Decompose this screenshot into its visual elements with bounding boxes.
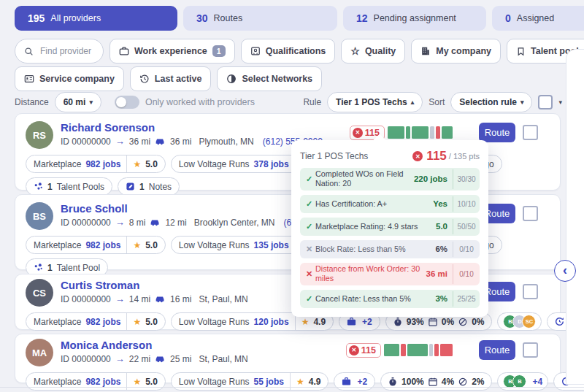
x-mark-icon: ✕: [306, 245, 315, 254]
refresh-clock-icon: [555, 317, 564, 326]
filter-my-company[interactable]: My company: [411, 39, 501, 64]
job-history-pill[interactable]: Marketplace 982 jobs ★ 5.0: [26, 312, 166, 331]
stats-pill[interactable]: 100% 4% 2%: [380, 372, 492, 391]
stat-value: 100%: [402, 377, 424, 387]
avatar[interactable]: RS: [26, 121, 53, 149]
job-history-pill[interactable]: Marketplace 982 jobs ★ 5.0: [26, 236, 166, 254]
job-rating: 4.9: [309, 377, 321, 387]
notes-label: Notes: [149, 182, 172, 192]
provider-location: St, Paul, MN: [199, 354, 247, 364]
job-count: 982 jobs: [85, 159, 120, 169]
avatar[interactable]: BS: [26, 202, 53, 230]
score-bars: [384, 344, 453, 356]
rule-select[interactable]: Tier 1 POS Techs ▴: [327, 92, 423, 112]
tab-count: 0: [505, 12, 511, 24]
tab-assigned[interactable]: 0 Assigned: [492, 6, 584, 31]
car-icon: [155, 295, 166, 303]
tab-routes[interactable]: 30 Routes: [183, 6, 337, 31]
filter-label: Work experience: [134, 46, 207, 56]
fly-distance-icon: →: [115, 217, 125, 228]
filter-last-active[interactable]: Last active: [130, 66, 212, 91]
toggle-knob: [116, 97, 126, 107]
filter-label: Last active: [155, 74, 202, 84]
route-button[interactable]: Route: [479, 123, 515, 142]
distance-label: Distance: [15, 97, 49, 107]
history-clock-icon: [139, 74, 150, 84]
building-icon: [420, 46, 431, 56]
score-bar-segment: [429, 344, 433, 356]
filter-select-networks[interactable]: Select Networks: [217, 66, 322, 91]
worked-with-toggle[interactable]: [115, 96, 139, 109]
check-icon: ✓: [306, 174, 315, 184]
score-badge[interactable]: ✕ 115: [346, 343, 381, 358]
filter-quality[interactable]: ☆ Quality: [341, 39, 405, 64]
select-all-checkbox[interactable]: [538, 95, 553, 109]
avatar[interactable]: MA: [26, 339, 53, 366]
route-button[interactable]: Route: [479, 340, 515, 360]
provider-id: ID 00000000: [61, 218, 111, 228]
tab-pending-assignment[interactable]: 12 Pending assignment: [343, 6, 486, 31]
distance-select[interactable]: 60 mi ▾: [55, 92, 101, 112]
search-input[interactable]: [39, 45, 100, 57]
briefcase-icon: [347, 317, 356, 326]
credential-badge: SC: [522, 315, 536, 328]
status-tabs: 195 All providers 30 Routes 12 Pending a…: [15, 6, 584, 31]
rule-label: Rule: [303, 97, 321, 107]
tooltip-row: ✓Marketplace Rating: 4.9 stars5.050/50: [300, 218, 480, 236]
avatar[interactable]: CS: [26, 279, 53, 307]
job-history-pill[interactable]: Low Voltage Runs 55 jobs ★ 4.9: [171, 372, 329, 391]
collapsed-side-panel: [566, 49, 584, 385]
job-type-label: Marketplace: [34, 317, 81, 327]
more-experience-pill[interactable]: +2: [334, 372, 375, 391]
tab-label: Pending assignment: [374, 13, 456, 23]
criterion-points: 30/30: [453, 169, 480, 189]
star-icon: ★: [296, 377, 304, 387]
chevron-left-icon: ‹: [563, 264, 567, 277]
find-provider-search[interactable]: [15, 39, 104, 64]
caret-down-icon[interactable]: ▾: [558, 99, 562, 106]
fly-distance-icon: →: [115, 136, 125, 147]
panel-expand-button[interactable]: ‹: [554, 260, 576, 282]
filter-service-company[interactable]: Service company: [15, 66, 124, 91]
star-icon: ★: [133, 240, 141, 250]
fly-distance: 8 mi: [129, 218, 146, 228]
criterion-points: 25/25: [453, 291, 480, 307]
score-bar-segment: [440, 344, 453, 356]
credential-badges-pill[interactable]: BDSC: [497, 312, 542, 331]
provider-name[interactable]: Curtis Stroman: [61, 279, 248, 291]
credential-badges-pill[interactable]: BB +4: [497, 372, 548, 391]
job-type-label: Low Voltage Runs: [179, 240, 250, 250]
drive-distance: 16 mi: [170, 294, 191, 304]
criterion-label: Completed WOs on Field Nation: 20: [315, 169, 414, 189]
star-icon: ★: [133, 377, 141, 387]
select-provider-checkbox[interactable]: [523, 284, 538, 299]
job-history-pill[interactable]: Marketplace 982 jobs ★ 5.0: [26, 372, 166, 391]
score-bar-segment: [436, 126, 440, 139]
star-icon: ★: [133, 159, 141, 169]
select-provider-checkbox[interactable]: [523, 125, 538, 140]
notes-pill[interactable]: 1 Notes: [118, 177, 180, 196]
tab-all-providers[interactable]: 195 All providers: [15, 6, 177, 31]
star-outline-icon: ☆: [350, 46, 360, 56]
calendar-icon: [429, 318, 437, 326]
briefcase-icon: [119, 46, 129, 56]
filter-work-experience[interactable]: Work experience 1: [110, 39, 235, 64]
provider-list-screen: 195 All providers 30 Routes 12 Pending a…: [0, 0, 584, 392]
job-type-label: Marketplace: [34, 159, 81, 169]
select-provider-checkbox[interactable]: [523, 342, 538, 358]
tab-count: 195: [28, 12, 45, 24]
select-provider-checkbox[interactable]: [523, 206, 538, 221]
criterion-label: Distance from Work Order: 30 miles: [315, 264, 426, 284]
talent-dots-icon: [34, 182, 43, 191]
sort-select[interactable]: Selection rule ▾: [450, 92, 532, 112]
tab-label: Assigned: [517, 13, 554, 23]
x-circle-icon: ✕: [353, 128, 363, 138]
criterion-value: Yes: [433, 199, 453, 208]
provider-name[interactable]: Richard Sorenson: [61, 121, 323, 134]
job-history-pill[interactable]: Marketplace 982 jobs ★ 5.0: [26, 155, 166, 173]
provider-name[interactable]: Monica Anderson: [61, 339, 248, 351]
rule-value: Tier 1 POS Techs: [336, 97, 407, 107]
talent-pools-pill[interactable]: 1 Talent Pools: [26, 177, 112, 196]
filter-qualifications[interactable]: Qualifications: [241, 39, 336, 64]
pill-divider: [126, 237, 127, 253]
